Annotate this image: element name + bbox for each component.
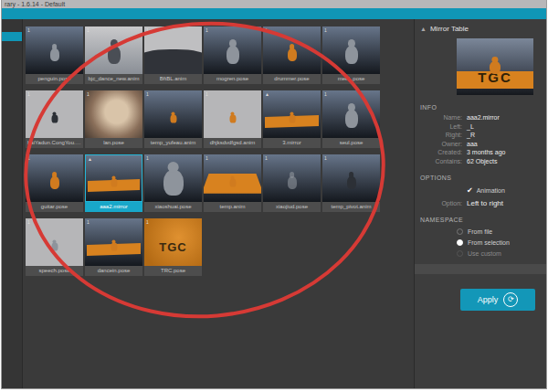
thumbnail-image: 1: [204, 90, 261, 138]
grid-item[interactable]: 1mogren.pose: [204, 26, 261, 84]
item-label: dancein.pose: [85, 266, 142, 276]
grid-item[interactable]: 1lan.pose: [85, 90, 142, 148]
thumbnail-image: 1: [85, 26, 142, 74]
grid-item[interactable]: 1dancein.pose: [85, 218, 142, 276]
info-label: Created:: [415, 148, 462, 157]
apply-button-label: Apply: [478, 295, 499, 304]
details-header: ▲ Mirror Table: [415, 19, 546, 37]
radio-icon[interactable]: [457, 228, 463, 235]
character-figure: [345, 110, 358, 128]
custom-namespace-input[interactable]: [415, 264, 546, 274]
mirror-type-badge: ▲: [265, 91, 269, 97]
character-figure: [288, 176, 297, 189]
item-label: BftBL.anim: [144, 74, 202, 84]
item-count-badge: 1: [146, 91, 149, 97]
grid-item[interactable]: ▲aaa2.mirror: [85, 154, 142, 212]
namespace-radio-row[interactable]: From file: [415, 226, 546, 237]
grid-item[interactable]: 1dhjksdvdfgsd.anim: [204, 90, 261, 148]
grid-item[interactable]: 1BftBL.anim: [144, 26, 202, 84]
thumbnail-image: 1: [322, 26, 380, 74]
item-label: temp.anim: [204, 202, 261, 212]
item-count-badge: 1: [265, 27, 268, 33]
item-count-badge: 1: [324, 91, 327, 97]
thumbnail-grid: 1penguin.pose1bjc_dance_new.anim1BftBL.a…: [26, 26, 414, 276]
item-count-badge: 1: [27, 219, 30, 225]
item-label: xiaoshuai.pose: [144, 202, 202, 212]
thumbnail-image: 1: [85, 90, 142, 138]
grid-item[interactable]: 1xiaojiud.pose: [263, 154, 321, 212]
namespace-radio-row[interactable]: Use custom: [415, 248, 546, 259]
thumbnail-image: ▲: [263, 90, 321, 138]
option-row: Option: Left to right: [415, 199, 546, 207]
grid-item[interactable]: ▲3.mirror: [263, 90, 321, 148]
window-titlebar[interactable]: rary - 1.6.14 - Default: [2, 0, 546, 8]
folders-panel: [2, 19, 23, 388]
grid-item[interactable]: 1haiYadun.CongYou.anim: [26, 90, 83, 148]
thumbnail-image: 1: [144, 26, 202, 74]
grid-item[interactable]: 1TGCTRC.pose: [144, 218, 202, 276]
grid-item[interactable]: 1seul.pose: [322, 90, 380, 148]
mirror-table-icon: ▲: [420, 26, 427, 32]
radio-icon[interactable]: [457, 250, 463, 257]
item-count-badge: 1: [206, 155, 208, 161]
thumbnail-image: 1: [26, 90, 83, 138]
info-row: Created:3 months ago: [415, 148, 546, 157]
screenshot-page: rary - 1.6.14 - Default 1penguin.pose1bj…: [0, 0, 548, 392]
info-row: Left:_L: [415, 122, 546, 132]
info-label: Name:: [415, 113, 462, 122]
info-row: Name:aaa2.mirror: [415, 113, 546, 122]
info-label: Right:: [415, 131, 462, 140]
grid-item[interactable]: 1penguin.pose: [26, 26, 83, 84]
character-figure: [50, 176, 59, 189]
grid-item[interactable]: 1bjc_dance_new.anim: [85, 26, 142, 84]
radio-selected-icon[interactable]: [457, 239, 463, 246]
info-value: 3 months ago: [467, 148, 505, 157]
grid-item[interactable]: 1temp_pivot.anim: [322, 154, 380, 212]
item-count-badge: 1: [87, 91, 90, 97]
item-count-badge: 1: [146, 155, 149, 161]
grid-item[interactable]: 1xiaoshuai.pose: [144, 154, 202, 212]
grid-item[interactable]: 1speech.pose: [26, 218, 83, 276]
item-label: drummer.pose: [263, 74, 321, 84]
item-label: bjc_dance_new.anim: [85, 74, 142, 84]
selected-folder-item[interactable]: [2, 32, 22, 41]
item-count-badge: 1: [87, 219, 90, 225]
grid-item[interactable]: 1temp_yufeau.anim: [144, 90, 202, 148]
item-label: seul.pose: [322, 138, 380, 148]
character-figure: [289, 115, 295, 123]
thumbnail-image: 1: [263, 26, 321, 74]
character-figure: [111, 243, 117, 251]
item-label: haiYadun.CongYou.anim: [26, 138, 83, 148]
character-figure: [347, 176, 356, 189]
checkbox-checked-icon[interactable]: ✔: [467, 186, 473, 195]
namespace-radio-label: From selection: [468, 239, 510, 246]
menu-bar[interactable]: [2, 8, 546, 19]
info-row: Owner:aaa: [415, 140, 546, 149]
item-label: penguin.pose: [26, 74, 83, 84]
option-value-dropdown[interactable]: Left to right: [467, 199, 503, 207]
thumbnail-image: 1: [144, 154, 202, 202]
item-count-badge: 1: [27, 155, 30, 161]
animation-checkbox-row[interactable]: ✔ Animation: [415, 184, 546, 196]
item-count-badge: 1: [146, 27, 149, 33]
item-count-badge: 1: [324, 155, 327, 161]
namespace-radio-row[interactable]: From selection: [415, 237, 546, 248]
info-row: Right:_R: [415, 131, 546, 140]
grid-item[interactable]: 1drummer.pose: [263, 26, 321, 84]
info-value: aaa2.mirror: [467, 113, 500, 122]
grid-item[interactable]: 1guitar.pose: [26, 154, 83, 212]
namespace-section-header: NAMESPACE: [415, 207, 546, 226]
thumbnail-image: 1: [204, 26, 261, 74]
info-section-header: INFO: [415, 95, 546, 113]
item-label: aaa2.mirror: [85, 202, 142, 212]
item-label: mogren.pose: [204, 74, 261, 84]
grid-item[interactable]: 1temp.anim: [204, 154, 261, 212]
item-count-badge: 1: [265, 155, 268, 161]
apply-button[interactable]: Apply ⟳: [460, 289, 535, 311]
grid-item[interactable]: 1meeL.pose: [322, 26, 380, 84]
character-figure: [170, 115, 176, 123]
item-label: meeL.pose: [322, 74, 380, 84]
character-figure: [50, 48, 59, 61]
item-label: temp_pivot.anim: [322, 202, 380, 212]
character-figure: [288, 48, 297, 61]
